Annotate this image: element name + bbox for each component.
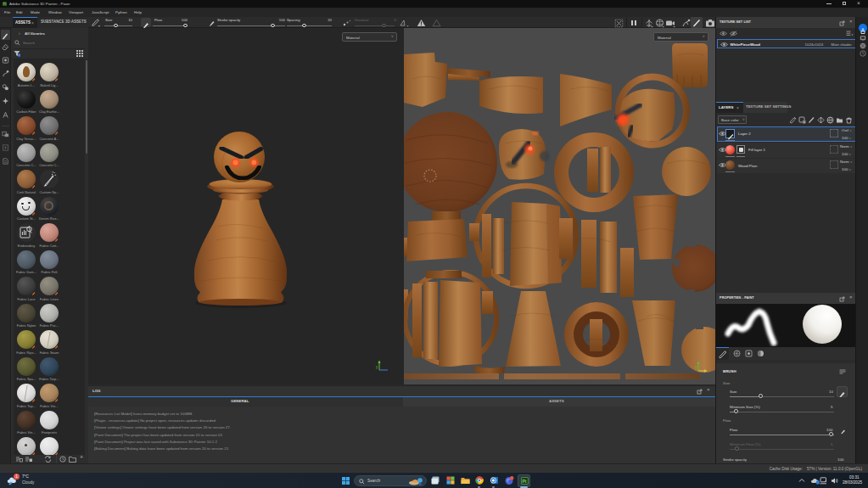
svg-text:y: y <box>376 365 378 369</box>
svg-text:V: V <box>695 366 697 370</box>
